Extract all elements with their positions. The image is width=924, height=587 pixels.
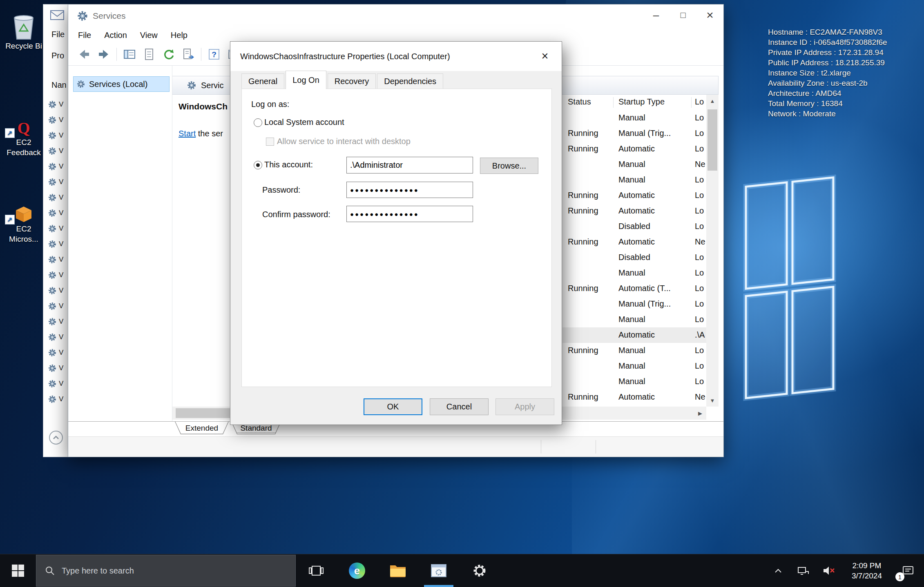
password-input[interactable] <box>346 182 473 198</box>
background-service-item[interactable]: V <box>48 112 64 128</box>
taskbar-search[interactable]: Type here to search <box>36 555 296 587</box>
dialog-tab-recovery[interactable]: Recovery <box>328 73 376 89</box>
this-account-label[interactable]: This account: <box>264 160 313 169</box>
settings-taskbar-button[interactable] <box>459 554 500 587</box>
local-system-label[interactable]: Local System account <box>264 118 344 127</box>
service-row[interactable]: RunningManualLo <box>562 343 706 358</box>
background-service-item[interactable]: V <box>48 376 64 391</box>
service-row[interactable]: RunningAutomatic (T...Lo <box>562 281 706 296</box>
dialog-tab-dependencies[interactable]: Dependencies <box>377 73 443 89</box>
background-service-item[interactable]: V <box>48 236 64 252</box>
service-row[interactable]: DisabledLo <box>562 219 706 234</box>
background-column-header[interactable]: Nan <box>51 80 67 90</box>
service-row[interactable]: ManualLo <box>562 172 706 188</box>
properties-icon[interactable] <box>142 47 156 61</box>
service-row[interactable]: ManualLo <box>562 374 706 389</box>
volume-muted-icon[interactable] <box>816 554 841 587</box>
file-explorer-button[interactable] <box>377 554 418 587</box>
background-service-item[interactable]: V <box>48 314 64 329</box>
refresh-icon[interactable] <box>162 47 176 61</box>
vertical-scrollbar[interactable]: ▲ ▼ <box>706 95 719 407</box>
start-button[interactable] <box>0 554 36 587</box>
desktop-icon-ec2-microsoft[interactable]: ↗ EC2Micros... <box>2 192 45 244</box>
dialog-tab-log-on[interactable]: Log On <box>286 71 326 89</box>
background-service-item[interactable]: V <box>48 391 64 407</box>
show-tree-icon[interactable] <box>123 47 136 61</box>
service-row[interactable]: Manual (Trig...Lo <box>562 296 706 312</box>
background-service-item[interactable]: V <box>48 298 64 314</box>
confirm-password-input[interactable] <box>346 206 473 222</box>
column-header-log-on-as[interactable]: Lo <box>695 97 704 107</box>
close-button[interactable]: × <box>696 4 723 26</box>
collapse-circle-icon[interactable] <box>49 431 63 445</box>
background-service-item[interactable]: V <box>48 174 64 190</box>
maximize-button[interactable]: □ <box>670 4 696 26</box>
menu-help[interactable]: Help <box>164 29 194 42</box>
dialog-tab-general[interactable]: General <box>241 73 284 89</box>
services-taskbar-button[interactable] <box>418 554 459 587</box>
menu-action[interactable]: Action <box>98 29 134 42</box>
desktop-icon-recycle-bin[interactable]: Recycle Bi <box>2 9 45 51</box>
service-row[interactable]: RunningAutomaticLo <box>562 203 706 219</box>
background-service-item[interactable]: V <box>48 190 64 205</box>
background-service-item[interactable]: V <box>48 283 64 298</box>
menu-view[interactable]: View <box>134 29 164 42</box>
back-icon[interactable] <box>77 47 91 61</box>
service-row[interactable]: RunningAutomaticLo <box>562 188 706 203</box>
background-service-item[interactable]: V <box>48 128 64 143</box>
service-row[interactable]: RunningAutomaticNe <box>562 234 706 250</box>
help-icon[interactable]: ? <box>207 47 221 61</box>
background-service-item[interactable]: V <box>48 143 64 159</box>
this-account-radio[interactable] <box>254 161 262 169</box>
network-icon[interactable] <box>791 554 816 587</box>
service-row[interactable]: Automatic.\A <box>562 327 706 343</box>
browse-button[interactable]: Browse... <box>480 158 538 174</box>
apply-button[interactable]: Apply <box>495 398 554 415</box>
background-service-item[interactable]: V <box>48 252 64 267</box>
service-row[interactable]: ManualNe <box>562 157 706 172</box>
service-row[interactable]: ManualLo <box>562 110 706 126</box>
background-service-item[interactable]: V <box>48 267 64 283</box>
service-row[interactable]: RunningManual (Trig...Lo <box>562 126 706 141</box>
scroll-down-icon[interactable]: ▼ <box>706 394 719 407</box>
background-service-item[interactable]: V <box>48 360 64 376</box>
scroll-up-icon[interactable]: ▲ <box>706 95 719 107</box>
background-service-item[interactable]: V <box>48 97 64 112</box>
background-menu-file[interactable]: File <box>51 30 65 39</box>
scroll-right-icon[interactable]: ▶ <box>694 407 706 420</box>
background-service-item[interactable]: V <box>48 345 64 360</box>
action-center-button[interactable]: 1 <box>892 554 924 587</box>
service-row[interactable]: ManualLo <box>562 358 706 374</box>
service-row[interactable]: RunningAutomaticLo <box>562 141 706 157</box>
background-toolbar-label[interactable]: Pro <box>51 51 64 60</box>
minimize-button[interactable]: – <box>643 4 670 26</box>
local-system-radio[interactable] <box>254 118 262 127</box>
ok-button[interactable]: OK <box>364 398 422 415</box>
tree-item-services-local[interactable]: Services (Local) <box>73 76 170 92</box>
menu-file[interactable]: File <box>71 29 98 42</box>
view-tab-extended[interactable]: Extended <box>175 422 229 434</box>
start-service-link[interactable]: Start <box>179 129 196 138</box>
background-service-item[interactable]: V <box>48 329 64 345</box>
scrollbar-thumb[interactable] <box>708 109 717 171</box>
taskbar-clock[interactable]: 2:09 PM 3/7/2024 <box>841 560 892 581</box>
dialog-close-icon[interactable]: × <box>533 47 557 65</box>
account-input[interactable] <box>346 157 473 173</box>
export-list-icon[interactable] <box>181 47 195 61</box>
service-row[interactable]: DisabledLo <box>562 250 706 265</box>
service-row[interactable]: ManualLo <box>562 312 706 327</box>
forward-icon[interactable] <box>97 47 111 61</box>
column-header-startup-type[interactable]: Startup Type <box>618 97 665 107</box>
edge-button[interactable]: e <box>337 554 377 587</box>
service-row[interactable]: RunningAutomaticNe <box>562 389 706 405</box>
background-service-item[interactable]: V <box>48 205 64 221</box>
tray-chevron-icon[interactable] <box>766 554 791 587</box>
interact-desktop-checkbox[interactable] <box>266 138 274 146</box>
column-header-status[interactable]: Status <box>568 97 591 107</box>
task-view-button[interactable] <box>296 554 337 587</box>
background-service-item[interactable]: V <box>48 221 64 236</box>
background-service-item[interactable]: V <box>48 159 64 174</box>
service-row[interactable]: ManualLo <box>562 265 706 281</box>
cancel-button[interactable]: Cancel <box>430 398 489 415</box>
desktop-icon-ec2-feedback[interactable]: Q ↗ EC2Feedback <box>2 105 45 158</box>
